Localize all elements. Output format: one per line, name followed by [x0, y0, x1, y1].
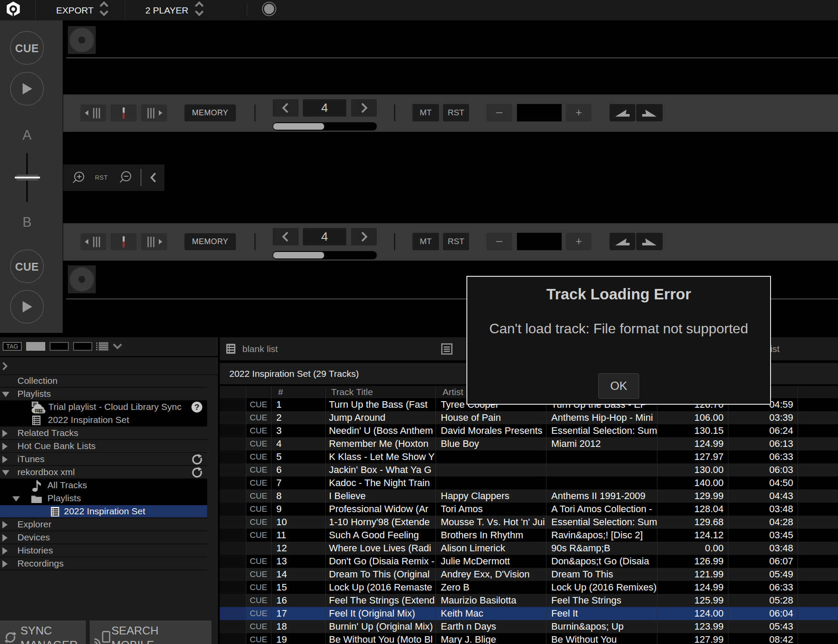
svg-text:FREE: FREE [35, 409, 44, 413]
